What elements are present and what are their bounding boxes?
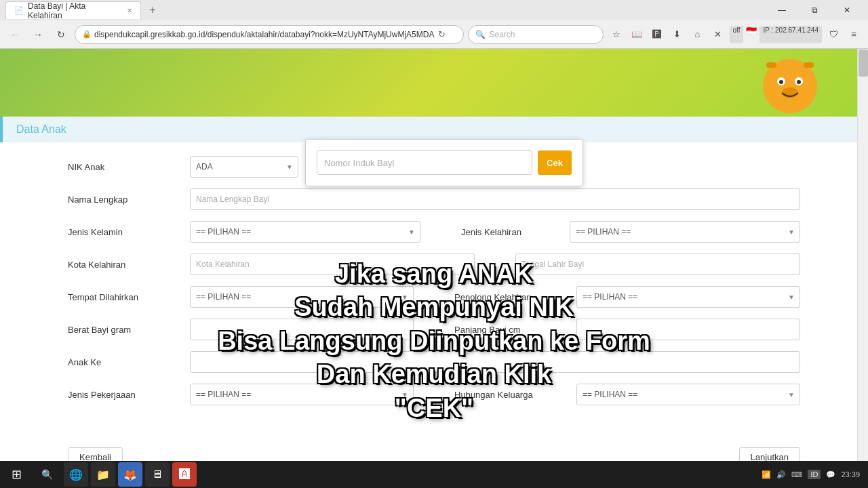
jenis-kelahiran-label: Jenis Kelahiran [461,227,556,237]
search-box[interactable]: 🔍 Search [468,25,604,44]
taskbar: ⊞ 🔍 🌐 📁 🦊 🖥 🅰 📶 🔊 ⌨ ID 💬 23:39 [0,461,868,488]
taskbar-items: 🌐 📁 🦊 🖥 🅰 [61,462,199,487]
close-button[interactable]: ✕ [831,0,863,20]
tab-close-button[interactable]: ✕ [127,7,132,14]
taskbar-clock: 23:39 [841,470,860,479]
panjang-bayi-input[interactable] [576,319,800,340]
forward-button[interactable]: → [28,25,47,44]
kota-kelahiran-row: Kota Kelahiran [68,253,800,275]
anak-ke-label: Anak Ke [68,357,176,367]
svg-point-3 [779,80,783,84]
taskbar-app-button[interactable]: 🅰 [172,462,197,487]
address-bar[interactable]: 🔒 dispendukcapil.gresikkab.go.id/dispend… [75,25,464,44]
section-title: Data Anak [16,123,66,135]
taskbar-keyboard-icon: ⌨ [791,470,802,479]
kota-kelahiran-input[interactable] [190,253,475,275]
panjang-bayi-label: Panjang Bayi cm [454,325,563,335]
tempat-dilahirkan-row: Tempat Dilahirkan == PILIHAN == Penolong… [68,286,800,308]
search-icon: 🔍 [475,30,486,39]
taskbar-msg-icon: 💬 [826,470,835,479]
nik-popup-inner: Cek [317,150,572,175]
site-header [0,49,868,117]
shield-icon[interactable]: 🛡 [825,26,842,43]
berat-bayi-row: Berat Bayi gram Panjang Bayi cm [68,319,800,340]
form-actions: Kembali Lanjutkan [0,436,868,461]
jenis-kelahiran-select[interactable]: == PILIHAN == [570,221,800,243]
svg-rect-6 [766,62,776,68]
penolong-kelahiran-select[interactable]: == PILIHAN == [576,286,800,308]
nik-anak-label: NIK Anak [68,162,176,172]
anak-ke-row: Anak Ke [68,351,800,373]
hubungan-keluarga-label: Hubungan Keluarga [454,390,563,400]
nama-lengkap-input[interactable] [190,188,800,210]
home-icon[interactable]: ⌂ [689,26,707,43]
cek-button[interactable]: Cek [538,150,572,175]
start-button[interactable]: ⊞ [0,461,33,488]
tempat-dilahirkan-select[interactable]: == PILIHAN == [190,286,414,308]
jenis-pekerjaan-select[interactable]: == PILIHAN == [190,384,414,405]
nama-lengkap-label: Nama Lengkap [68,195,176,205]
svg-point-4 [797,80,801,84]
nik-input[interactable] [317,150,532,175]
search-placeholder: Search [490,30,515,39]
taskbar-ie-button[interactable]: 🌐 [64,462,88,487]
tab-icon: 📄 [14,6,24,15]
back-button[interactable]: ← [5,25,24,44]
mascot-icon [753,56,827,117]
tab-title: Data Bayi | Akta Kelahiran [28,1,120,20]
off-badge: off [730,26,744,43]
jenis-kelamin-row: Jenis Kelamin == PILIHAN == Laki-laki Pe… [68,221,800,243]
toolbar-icons: ☆ 📖 🅿 ⬇ ⌂ ✕ off 🇮🇩 IP : 202.67.41.244 🛡 … [608,26,863,43]
taskbar-network-icon: 📶 [762,470,771,479]
address-reload-icon[interactable]: ↻ [438,29,446,39]
ip-label: IP : 202.67.41.244 [760,26,822,43]
next-button[interactable]: Lanjutkan [739,447,800,461]
star-icon[interactable]: ☆ [608,26,625,43]
download-icon[interactable]: ⬇ [669,26,686,43]
taskbar-time-display: 23:39 [841,470,860,479]
maximize-button[interactable]: ⧉ [799,0,830,20]
address-text: dispendukcapil.gresikkab.go.id/dispenduk… [94,30,434,39]
nik-anak-select[interactable]: ADA TIDAK ADA [190,156,298,178]
minimize-button[interactable]: — [766,0,797,20]
berat-bayi-input[interactable] [190,319,414,340]
nama-lengkap-row: Nama Lengkap [68,188,800,210]
flag-icon: 🇮🇩 [746,26,757,43]
taskbar-search-button[interactable]: 🔍 [33,461,61,488]
sync-icon[interactable]: ✕ [709,26,727,43]
tanggal-lahir-input[interactable] [515,253,800,275]
jenis-pekerjaan-label: Jenis Pekerjaaan [68,390,176,400]
lock-icon: 🔒 [82,30,92,39]
browser-toolbar: ← → ↻ 🔒 dispendukcapil.gresikkab.go.id/d… [0,20,868,49]
taskbar-lang-badge: ID [808,470,821,479]
tempat-dilahirkan-label: Tempat Dilahirkan [68,292,176,302]
new-tab-button[interactable]: + [144,1,161,19]
reload-button[interactable]: ↻ [52,25,71,44]
scrollbar-thumb[interactable] [859,49,868,77]
taskbar-right: 📶 🔊 ⌨ ID 💬 23:39 [762,470,868,479]
svg-rect-7 [804,62,814,68]
penolong-kelahiran-label: Penolong Kelahiran [454,292,563,302]
jenis-pekerjaan-row: Jenis Pekerjaaan == PILIHAN == Hubungan … [68,384,800,405]
anak-ke-input[interactable] [190,351,800,373]
titlebar: 📄 Data Bayi | Akta Kelahiran ✕ + — ⧉ ✕ [0,0,868,20]
browser-tab[interactable]: 📄 Data Bayi | Akta Kelahiran ✕ [5,1,141,19]
window-controls: — ⧉ ✕ [766,0,863,20]
content-area: Data Anak NIK Anak ADA TIDAK ADA Nama Le… [0,49,868,461]
taskbar-network-button[interactable]: 🖥 [145,462,170,487]
scrollbar[interactable] [857,49,868,461]
menu-icon[interactable]: ≡ [845,26,863,43]
mascot-area [753,56,827,117]
pocket-icon[interactable]: 🅿 [648,26,666,43]
taskbar-volume-icon: 🔊 [776,470,786,479]
taskbar-folder-button[interactable]: 📁 [91,462,115,487]
reader-icon[interactable]: 📖 [628,26,646,43]
berat-bayi-label: Berat Bayi gram [68,325,176,335]
hubungan-keluarga-select[interactable]: == PILIHAN == [576,384,800,405]
taskbar-browser-button[interactable]: 🦊 [118,462,142,487]
jenis-kelamin-select[interactable]: == PILIHAN == Laki-laki Perempuan [190,221,420,243]
back-button[interactable]: Kembali [68,447,123,461]
nik-popup: Cek [305,139,583,186]
jenis-kelamin-label: Jenis Kelamin [68,227,176,237]
kota-kelahiran-label: Kota Kelahiran [68,260,176,270]
